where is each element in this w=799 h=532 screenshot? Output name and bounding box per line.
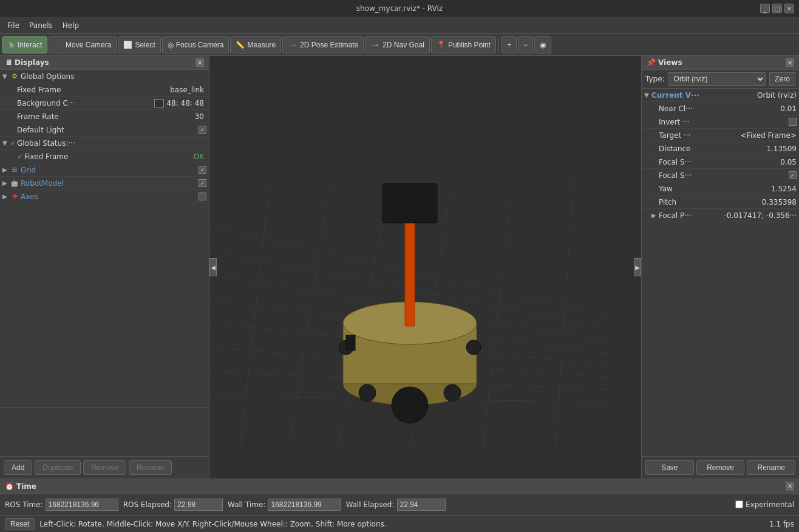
viewport[interactable]: ◀ <box>209 56 641 479</box>
remove-view-button[interactable]: Remove <box>696 460 745 475</box>
titlebar: show_mycar.rviz* - RViz _ □ ✕ <box>0 0 799 17</box>
background-color-swatch[interactable] <box>154 99 164 107</box>
expand-grid-icon[interactable]: ▶ <box>2 166 10 173</box>
reset-button[interactable]: Reset <box>5 518 35 530</box>
list-item[interactable]: ▼ ✓ Global Status:··· <box>0 137 209 150</box>
background-color-label: Background C··· <box>17 99 154 107</box>
collapse-left-button[interactable]: ◀ <box>209 258 217 276</box>
expand-global-status-icon[interactable]: ▼ <box>2 140 10 146</box>
time-close-button[interactable]: ✕ <box>786 482 794 491</box>
rename-view-button[interactable]: Rename <box>747 460 795 475</box>
fixed-frame-status-label: Fixed Frame <box>24 152 194 161</box>
add-toolbar-button[interactable]: + <box>501 36 517 53</box>
maximize-button[interactable]: □ <box>772 4 782 13</box>
2d-nav-goal-button[interactable]: → 2D Nav Goal <box>365 36 430 53</box>
select-label: Select <box>135 41 155 49</box>
global-status-check-icon: ✓ <box>10 139 16 148</box>
close-button[interactable]: ✕ <box>784 4 794 13</box>
interact-label: Interact <box>18 41 42 49</box>
frame-rate-label: Frame Rate <box>17 112 195 121</box>
list-item[interactable]: Pitch 0.335398 <box>642 196 799 209</box>
list-item[interactable]: Near Cl··· 0.01 <box>642 102 799 115</box>
ros-time-input[interactable] <box>46 499 118 511</box>
default-light-checkbox[interactable] <box>199 126 206 134</box>
list-item[interactable]: Focal S··· <box>642 169 799 182</box>
measure-button[interactable]: 📏 Measure <box>230 36 281 53</box>
axes-icon: ✚ <box>10 192 19 202</box>
views-type-select[interactable]: Orbit (rviz) <box>668 72 766 86</box>
views-close-button[interactable]: ✕ <box>786 58 794 67</box>
duplicate-display-button[interactable]: Duplicate <box>35 460 81 475</box>
fixed-frame-label: Fixed Frame <box>17 86 170 94</box>
list-item[interactable]: Yaw 1.5254 <box>642 182 799 196</box>
displays-close-button[interactable]: ✕ <box>195 58 204 67</box>
expand-focal-p-icon[interactable]: ▶ <box>651 212 659 219</box>
list-item[interactable]: Fixed Frame base_link <box>0 83 209 97</box>
list-item[interactable]: ▶ Focal P··· -0.017417; -0.356··· <box>642 209 799 222</box>
main-layout: 🖥 Displays ✕ ▼ ⚙ Global Options Fixed Fr… <box>0 56 799 479</box>
list-item[interactable]: Frame Rate 30 <box>0 110 209 123</box>
axes-label: Axes <box>21 193 199 201</box>
menu-file[interactable]: File <box>2 20 24 31</box>
collapse-right-button[interactable]: ▶ <box>634 258 641 276</box>
list-item[interactable]: ▶ ⊞ Grid <box>0 163 209 177</box>
robotmodel-checkbox[interactable] <box>199 179 206 187</box>
expand-robotmodel-icon[interactable]: ▶ <box>2 180 10 186</box>
select-button[interactable]: ⬜ Select <box>118 36 160 53</box>
focus-camera-button[interactable]: ◎ Focus Camera <box>162 36 229 53</box>
list-item[interactable]: Focal S··· 0.05 <box>642 155 799 169</box>
menu-panels[interactable]: Panels <box>24 20 58 31</box>
list-item[interactable]: ▼ Current V··· Orbit (rviz) <box>642 89 799 102</box>
interact-button[interactable]: 🖱 Interact <box>2 36 47 53</box>
displays-buttons-bar: Add Duplicate Remove Rename <box>0 456 209 479</box>
list-item[interactable]: ▶ 🤖 RobotModel <box>0 177 209 190</box>
distance-label: Distance <box>659 145 766 153</box>
move-camera-button[interactable]: 🎥 Move Camera <box>49 36 117 53</box>
ros-elapsed-field: ROS Elapsed: <box>123 499 223 511</box>
titlebar-controls: _ □ ✕ <box>760 4 794 13</box>
toolbar-separator <box>498 38 499 52</box>
expand-global-options-icon[interactable]: ▼ <box>2 73 10 80</box>
interact-icon: 🖱 <box>8 41 15 49</box>
remove-toolbar-button[interactable]: − <box>518 36 533 53</box>
list-item[interactable]: Default Light <box>0 123 209 137</box>
menu-help[interactable]: Help <box>58 20 84 31</box>
expand-current-view-icon[interactable]: ▼ <box>644 92 651 98</box>
2d-pose-estimate-button[interactable]: → 2D Pose Estimate <box>282 36 364 53</box>
publish-point-button[interactable]: 📍 Publish Point <box>431 36 496 53</box>
experimental-label: Experimental <box>746 500 794 509</box>
extra-toolbar-button[interactable]: ◉ <box>534 36 551 53</box>
current-view-type: Orbit (rviz) <box>757 91 797 100</box>
views-zero-button[interactable]: Zero <box>769 72 795 86</box>
save-view-button[interactable]: Save <box>645 460 694 475</box>
grid-svg <box>209 56 641 479</box>
axes-checkbox[interactable] <box>199 193 206 200</box>
toolbar: 🖱 Interact 🎥 Move Camera ⬜ Select ◎ Focu… <box>0 34 799 56</box>
list-item[interactable]: ▶ ✚ Axes <box>0 190 209 203</box>
wall-time-input[interactable] <box>268 499 341 511</box>
ros-elapsed-input[interactable] <box>174 499 223 511</box>
rename-display-button[interactable]: Rename <box>129 460 172 475</box>
focal-s2-checkbox[interactable] <box>789 171 797 179</box>
global-options-label: Global Options <box>21 72 206 81</box>
list-item[interactable]: Invert ··· <box>642 115 799 129</box>
list-item[interactable]: Background C··· 48; 48; 48 <box>0 97 209 110</box>
frame-rate-value: 30 <box>195 112 206 121</box>
add-display-button[interactable]: Add <box>4 460 32 475</box>
list-item[interactable]: ✓ Fixed Frame OK <box>0 150 209 163</box>
remove-display-button[interactable]: Remove <box>83 460 126 475</box>
publish-point-label: Publish Point <box>448 41 491 49</box>
list-item[interactable]: Distance 1.13509 <box>642 142 799 155</box>
list-item[interactable]: Target ··· <Fixed Frame> <box>642 129 799 142</box>
displays-tree: ▼ ⚙ Global Options Fixed Frame base_link… <box>0 70 209 408</box>
wall-elapsed-input[interactable] <box>397 499 446 511</box>
time-bar: ⏰ Time ✕ ROS Time: ROS Elapsed: Wall Tim… <box>0 479 799 515</box>
focal-p-label: Focal P··· <box>659 211 724 220</box>
list-item[interactable]: ▼ ⚙ Global Options <box>0 70 209 83</box>
invert-checkbox[interactable] <box>789 118 797 126</box>
experimental-checkbox[interactable] <box>735 500 743 508</box>
minimize-button[interactable]: _ <box>760 4 770 13</box>
grid-checkbox[interactable] <box>199 166 206 174</box>
expand-axes-icon[interactable]: ▶ <box>2 193 10 200</box>
time-content: ROS Time: ROS Elapsed: Wall Time: Wall E… <box>0 494 799 515</box>
